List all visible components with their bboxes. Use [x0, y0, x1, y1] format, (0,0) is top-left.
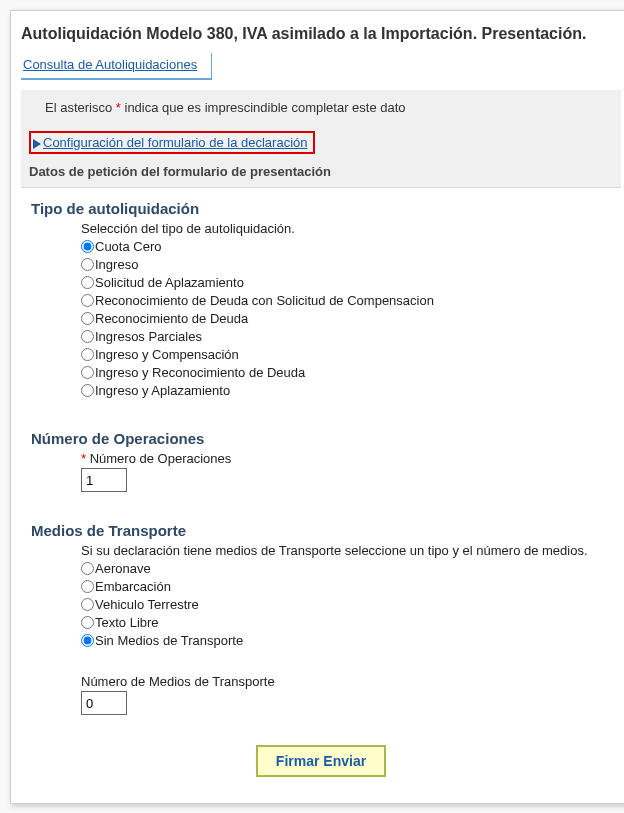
tipo-radio-label: Solicitud de Aplazamiento: [95, 275, 244, 290]
tipo-radio-item[interactable]: Cuota Cero: [81, 238, 615, 256]
numops-input[interactable]: [81, 468, 127, 492]
medios-radio-item[interactable]: Sin Medios de Transporte: [81, 632, 615, 650]
tipo-radio-item[interactable]: Reconocimiento de Deuda: [81, 310, 615, 328]
medios-radio-list: AeronaveEmbarcaciónVehiculo TerrestreTex…: [81, 560, 615, 650]
medios-desc: Si su declaración tiene medios de Transp…: [81, 543, 615, 558]
medios-radio-item[interactable]: Embarcación: [81, 578, 615, 596]
medios-radio-label: Vehiculo Terrestre: [95, 597, 199, 612]
required-note-suffix: indica que es imprescindible completar e…: [121, 100, 406, 115]
medios-radio-item[interactable]: Vehiculo Terrestre: [81, 596, 615, 614]
medios-radio[interactable]: [81, 580, 94, 593]
tab-consulta[interactable]: Consulta de Autoliquidaciones: [21, 53, 212, 80]
tipo-radio-label: Ingreso y Reconocimiento de Deuda: [95, 365, 305, 380]
medios-radio-item[interactable]: Aeronave: [81, 560, 615, 578]
tipo-desc: Selección del tipo de autoliquidación.: [81, 221, 615, 236]
config-expander[interactable]: Configuración del formulario de la decla…: [29, 131, 315, 154]
tabs: Consulta de Autoliquidaciones: [21, 53, 621, 80]
tipo-heading: Tipo de autoliquidación: [31, 200, 615, 217]
tipo-radio-label: Reconocimiento de Deuda: [95, 311, 248, 326]
tipo-radio[interactable]: [81, 258, 94, 271]
tipo-radio-label: Reconocimiento de Deuda con Solicitud de…: [95, 293, 434, 308]
numops-label: Número de Operaciones: [90, 451, 232, 466]
medios-radio[interactable]: [81, 562, 94, 575]
tipo-group: Selección del tipo de autoliquidación. C…: [27, 221, 615, 400]
config-box: El asterisco * indica que es imprescindi…: [21, 90, 621, 188]
tipo-radio[interactable]: [81, 294, 94, 307]
tipo-radio-item[interactable]: Reconocimiento de Deuda con Solicitud de…: [81, 292, 615, 310]
required-note: El asterisco * indica que es imprescindi…: [29, 100, 613, 115]
medios-radio-label: Sin Medios de Transporte: [95, 633, 243, 648]
medios-group: Si su declaración tiene medios de Transp…: [27, 543, 615, 715]
tipo-radio[interactable]: [81, 348, 94, 361]
tipo-radio-item[interactable]: Solicitud de Aplazamiento: [81, 274, 615, 292]
numops-heading: Número de Operaciones: [31, 430, 615, 447]
triangle-right-icon: [33, 139, 41, 149]
tipo-radio-label: Ingreso y Aplazamiento: [95, 383, 230, 398]
tipo-radio-item[interactable]: Ingreso: [81, 256, 615, 274]
medios-num-input[interactable]: [81, 691, 127, 715]
page-title: Autoliquidación Modelo 380, IVA asimilad…: [21, 25, 621, 43]
tipo-radio-item[interactable]: Ingreso y Reconocimiento de Deuda: [81, 364, 615, 382]
medios-radio-item[interactable]: Texto Libre: [81, 614, 615, 632]
tipo-radio-label: Ingreso: [95, 257, 138, 272]
form-body: Tipo de autoliquidación Selección del ti…: [21, 188, 621, 783]
tipo-radio-label: Ingreso y Compensación: [95, 347, 239, 362]
medios-radio-label: Texto Libre: [95, 615, 159, 630]
medios-radio[interactable]: [81, 616, 94, 629]
tipo-radio[interactable]: [81, 384, 94, 397]
tipo-radio[interactable]: [81, 330, 94, 343]
numops-label-row: * Número de Operaciones: [81, 451, 615, 466]
tipo-radio[interactable]: [81, 276, 94, 289]
medios-radio-label: Embarcación: [95, 579, 171, 594]
required-star: *: [81, 451, 90, 466]
section-header: Datos de petición del formulario de pres…: [29, 164, 613, 179]
tipo-radio-item[interactable]: Ingreso y Compensación: [81, 346, 615, 364]
medios-radio-label: Aeronave: [95, 561, 151, 576]
required-note-prefix: El asterisco: [45, 100, 116, 115]
tipo-radio-label: Ingresos Parciales: [95, 329, 202, 344]
tipo-radio[interactable]: [81, 240, 94, 253]
button-row: Firmar Enviar: [27, 745, 615, 777]
numops-group: * Número de Operaciones: [27, 451, 615, 492]
tipo-radio-item[interactable]: Ingreso y Aplazamiento: [81, 382, 615, 400]
medios-radio[interactable]: [81, 634, 94, 647]
tipo-radio-item[interactable]: Ingresos Parciales: [81, 328, 615, 346]
tipo-radio-label: Cuota Cero: [95, 239, 161, 254]
form-panel: Autoliquidación Modelo 380, IVA asimilad…: [10, 10, 624, 804]
submit-button[interactable]: Firmar Enviar: [256, 745, 386, 777]
tipo-radio[interactable]: [81, 312, 94, 325]
medios-heading: Medios de Transporte: [31, 522, 615, 539]
tipo-radio-list: Cuota CeroIngresoSolicitud de Aplazamien…: [81, 238, 615, 400]
medios-num-label: Número de Medios de Transporte: [81, 674, 615, 689]
medios-radio[interactable]: [81, 598, 94, 611]
config-link-label: Configuración del formulario de la decla…: [43, 135, 307, 150]
tipo-radio[interactable]: [81, 366, 94, 379]
